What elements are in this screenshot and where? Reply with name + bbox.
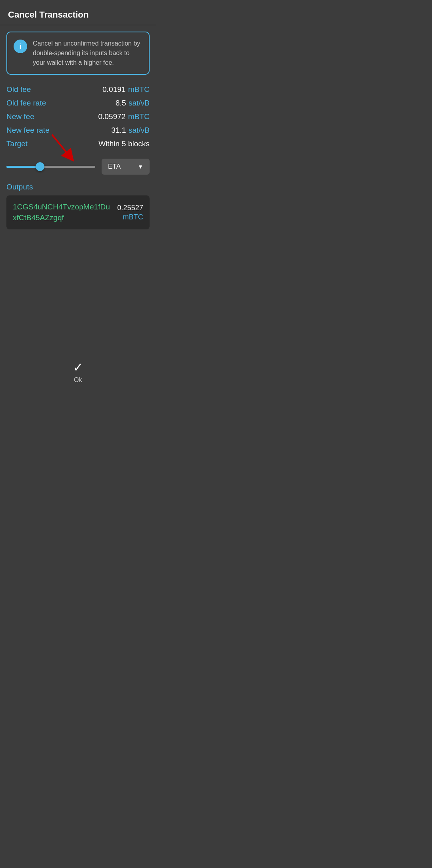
target-value: Within 5 blocks <box>98 139 150 148</box>
ok-button-label[interactable]: Ok <box>74 376 82 384</box>
output-unit: mBTC <box>123 213 143 221</box>
new-fee-rate-label: New fee rate <box>6 126 50 135</box>
outputs-label: Outputs <box>6 183 150 191</box>
old-fee-value: 0.0191 mBTC <box>102 85 150 94</box>
slider-row: ETA ▼ <box>0 155 156 179</box>
slider-thumb <box>36 162 44 171</box>
new-fee-rate-value: 31.1 sat/vB <box>111 126 150 135</box>
spacer <box>0 229 156 352</box>
ok-checkmark-icon[interactable]: ✓ <box>73 360 84 375</box>
fee-slider-container[interactable] <box>6 161 95 173</box>
output-item: 1CGS4uNCH4TvzopMe1fDuxfCtB45AZzgqf 0.255… <box>6 195 150 229</box>
new-fee-rate-amount: 31.1 <box>111 126 126 135</box>
output-value-group: 0.25527 mBTC <box>117 204 143 221</box>
target-label: Target <box>6 139 28 148</box>
new-fee-unit: mBTC <box>128 112 150 121</box>
footer: ✓ Ok <box>0 352 156 396</box>
old-fee-row: Old fee 0.0191 mBTC <box>6 83 150 96</box>
target-row: Target Within 5 blocks <box>6 137 150 151</box>
new-fee-label: New fee <box>6 112 34 121</box>
old-fee-rate-value: 8.5 sat/vB <box>116 99 150 108</box>
info-icon: i <box>14 40 27 53</box>
new-fee-rate-row: New fee rate 31.1 sat/vB <box>6 123 150 137</box>
eta-dropdown[interactable]: ETA ▼ <box>102 159 150 175</box>
output-address: 1CGS4uNCH4TvzopMe1fDuxfCtB45AZzgqf <box>13 202 113 223</box>
old-fee-rate-unit: sat/vB <box>128 99 150 108</box>
new-fee-value: 0.05972 mBTC <box>98 112 150 121</box>
header-divider <box>0 25 156 25</box>
fee-info: Old fee 0.0191 mBTC Old fee rate 8.5 sat… <box>0 83 156 151</box>
info-box: i Cancel an unconfirmed transaction by d… <box>6 32 150 75</box>
old-fee-label: Old fee <box>6 85 31 94</box>
header: Cancel Transaction <box>0 0 156 25</box>
eta-dropdown-label: ETA <box>108 163 121 171</box>
new-fee-rate-unit: sat/vB <box>128 126 150 135</box>
target-text: Within 5 blocks <box>98 139 150 148</box>
old-fee-unit: mBTC <box>128 85 150 94</box>
new-fee-row: New fee 0.05972 mBTC <box>6 110 150 123</box>
old-fee-amount: 0.0191 <box>102 85 126 94</box>
slider-track <box>6 166 95 168</box>
new-fee-amount: 0.05972 <box>98 112 126 121</box>
outputs-section: Outputs 1CGS4uNCH4TvzopMe1fDuxfCtB45AZzg… <box>0 179 156 229</box>
info-text: Cancel an unconfirmed transaction by dou… <box>33 39 142 68</box>
old-fee-rate-row: Old fee rate 8.5 sat/vB <box>6 96 150 110</box>
page-wrapper: Cancel Transaction i Cancel an unconfirm… <box>0 0 156 396</box>
old-fee-rate-amount: 8.5 <box>116 99 126 108</box>
output-amount: 0.25527 <box>117 204 143 212</box>
old-fee-rate-label: Old fee rate <box>6 99 46 108</box>
chevron-down-icon: ▼ <box>138 163 143 170</box>
page-title: Cancel Transaction <box>8 10 148 20</box>
